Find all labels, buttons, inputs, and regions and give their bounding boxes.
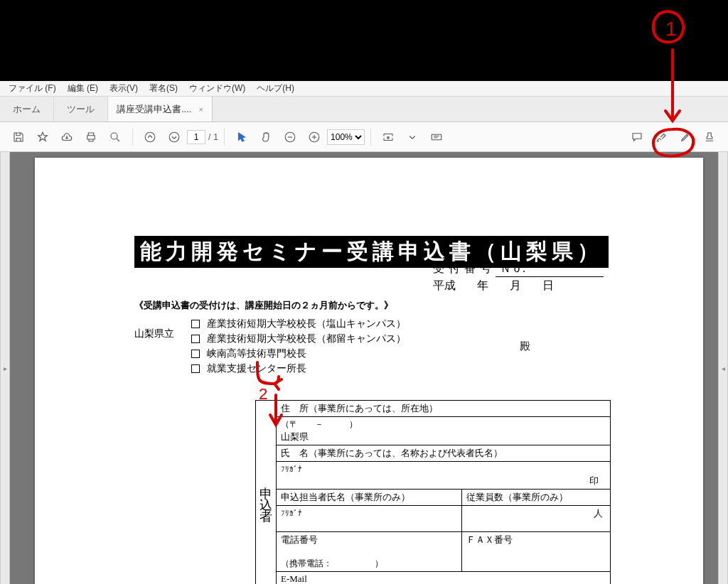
receipt-block: 受付番号 Ｎｏ. 平成 年 月 日 — [433, 261, 604, 293]
menu-sign[interactable]: 署名(S) — [144, 82, 183, 94]
pdf-viewer-window: ファイル (F) 編集 (E) 表示(V) 署名(S) ウィンドウ(W) ヘルプ… — [0, 81, 728, 584]
svg-point-2 — [169, 132, 179, 142]
tab-close-button[interactable]: × — [198, 105, 203, 114]
highlight-pen-icon[interactable] — [674, 126, 697, 148]
addressee-item: 就業支援センター所長 — [191, 361, 406, 376]
toolbar-separator — [132, 129, 133, 146]
svg-point-0 — [111, 133, 117, 139]
applicant-form-table: 申込者 住 所（事業所にあっては、所在地） （〒 － ） 山梨県 氏 名（事業所… — [255, 400, 611, 584]
menu-file[interactable]: ファイル (F) — [3, 82, 62, 94]
right-panel-handle[interactable]: ◂ — [718, 152, 728, 584]
tab-home[interactable]: ホーム — [0, 97, 54, 121]
checkbox-icon — [191, 364, 200, 373]
prefecture-label: 山梨県立 — [134, 316, 191, 340]
comment-icon[interactable] — [626, 126, 648, 148]
receipt-no-prefix: Ｎｏ. — [496, 261, 604, 277]
page-separator: / — [208, 132, 210, 142]
svg-point-1 — [145, 132, 155, 142]
contact-cell: ﾌﾘｶﾞﾅ — [277, 506, 462, 532]
era-label: 平成 — [433, 279, 456, 293]
pdf-page: 能力開発セミナー受講申込書（山梨県） 受付番号 Ｎｏ. 平成 年 月 日 《受講… — [35, 158, 703, 584]
toolbar-separator — [224, 129, 225, 146]
addressee-item: 産業技術短期大学校校長（塩山キャンパス） — [191, 316, 406, 331]
document-viewport: ▸ 能力開発セミナー受講申込書（山梨県） 受付番号 Ｎｏ. 平成 年 月 日 — [0, 152, 728, 584]
svg-text:1: 1 — [665, 18, 677, 40]
zoom-select[interactable]: 100% — [327, 129, 365, 145]
employees-cell: 人 — [462, 506, 611, 532]
star-icon[interactable] — [31, 126, 54, 148]
tab-home-label: ホーム — [13, 103, 41, 116]
zoom-dropdown[interactable]: 100% — [327, 129, 365, 145]
honorific: 殿 — [520, 340, 530, 353]
address-cell: （〒 － ） 山梨県 — [277, 417, 611, 445]
addressee-block: 山梨県立 産業技術短期大学校校長（塩山キャンパス） 産業技術短期大学校校長（都留… — [134, 316, 604, 376]
email-label: E-Mail — [277, 572, 611, 585]
zoom-out-icon[interactable] — [279, 126, 301, 148]
name-label: 氏 名（事業所にあっては、名称および代表者氏名） — [277, 445, 611, 462]
year-suffix: 年 — [477, 279, 488, 293]
checkbox-icon — [191, 350, 200, 358]
zoom-in-icon[interactable] — [303, 126, 326, 148]
menu-view[interactable]: 表示(V) — [104, 82, 144, 94]
fax-label: ＦＡＸ番号 — [462, 532, 611, 572]
checkbox-icon — [191, 320, 200, 328]
page-scroll-area[interactable]: 能力開発セミナー受講申込書（山梨県） 受付番号 Ｎｏ. 平成 年 月 日 《受講… — [10, 152, 728, 584]
save-icon[interactable] — [7, 126, 30, 148]
page-current-input[interactable] — [187, 130, 205, 144]
employees-label: 従業員数（事業所のみ） — [462, 490, 611, 506]
menu-edit[interactable]: 編集 (E) — [62, 82, 104, 94]
tab-tools[interactable]: ツール — [54, 97, 108, 121]
annotation-circle-1: 1 — [647, 7, 690, 50]
tel-label: 電話番号（携帯電話： ） — [277, 532, 462, 572]
pointer-icon[interactable] — [230, 126, 253, 148]
hand-icon[interactable] — [255, 126, 277, 148]
stamp-icon[interactable] — [698, 126, 721, 148]
cloud-icon[interactable] — [55, 126, 78, 148]
tab-tools-label: ツール — [67, 103, 95, 116]
svg-rect-5 — [432, 134, 441, 140]
seal-mark: 印 — [281, 475, 606, 487]
day-suffix: 日 — [542, 279, 554, 293]
address-label: 住 所（事業所にあっては、所在地） — [277, 401, 611, 417]
page-up-icon[interactable] — [139, 126, 161, 148]
contact-label: 申込担当者氏名（事業所のみ） — [277, 490, 462, 506]
menubar: ファイル (F) 編集 (E) 表示(V) 署名(S) ウィンドウ(W) ヘルプ… — [0, 81, 728, 97]
toolbar-separator — [370, 129, 371, 146]
left-panel-handle[interactable]: ▸ — [0, 152, 10, 584]
tabbar: ホーム ツール 講座受講申込書.... × — [0, 97, 728, 122]
addressee-item: 峡南高等技術専門校長 — [191, 346, 406, 361]
applicant-vertical-header: 申込者 — [256, 401, 277, 585]
address-prefecture: 山梨県 — [281, 431, 309, 442]
toolbar: / 1 100% — [0, 122, 728, 152]
fit-width-icon[interactable] — [377, 126, 400, 148]
month-suffix: 月 — [510, 279, 521, 293]
page-down-icon[interactable] — [163, 126, 186, 148]
sign-pen-icon[interactable] — [650, 126, 673, 148]
tab-document-label: 講座受講申込書.... — [117, 103, 191, 116]
tab-document[interactable]: 講座受講申込書.... × — [108, 97, 213, 121]
print-icon[interactable] — [80, 126, 102, 148]
name-cell: ﾌﾘｶﾞﾅ 印 — [277, 462, 611, 490]
search-icon[interactable] — [104, 126, 127, 148]
addressee-item: 産業技術短期大学校校長（都留キャンパス） — [191, 331, 406, 346]
application-note: 《受講申込書の受付けは、講座開始日の２ヵ月前からです。》 — [134, 299, 604, 312]
read-mode-icon[interactable] — [425, 126, 448, 148]
checkbox-icon — [191, 335, 200, 343]
page-indicator: / 1 — [187, 130, 218, 144]
receipt-label: 受付番号 — [433, 261, 496, 277]
menu-help[interactable]: ヘルプ(H) — [251, 82, 300, 94]
page-total: 1 — [213, 132, 218, 142]
menu-window[interactable]: ウィンドウ(W) — [183, 82, 251, 94]
fit-width-dropdown-icon[interactable] — [401, 126, 424, 148]
